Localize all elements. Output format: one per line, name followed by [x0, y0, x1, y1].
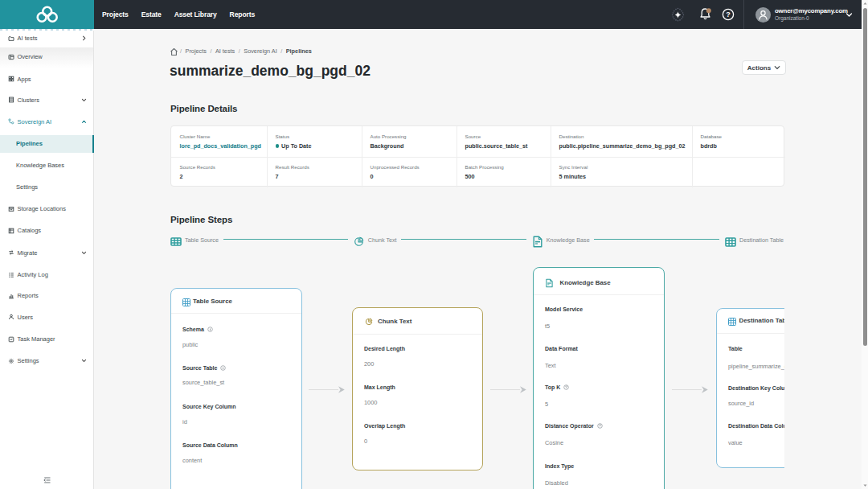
- svg-text:?: ?: [726, 10, 731, 18]
